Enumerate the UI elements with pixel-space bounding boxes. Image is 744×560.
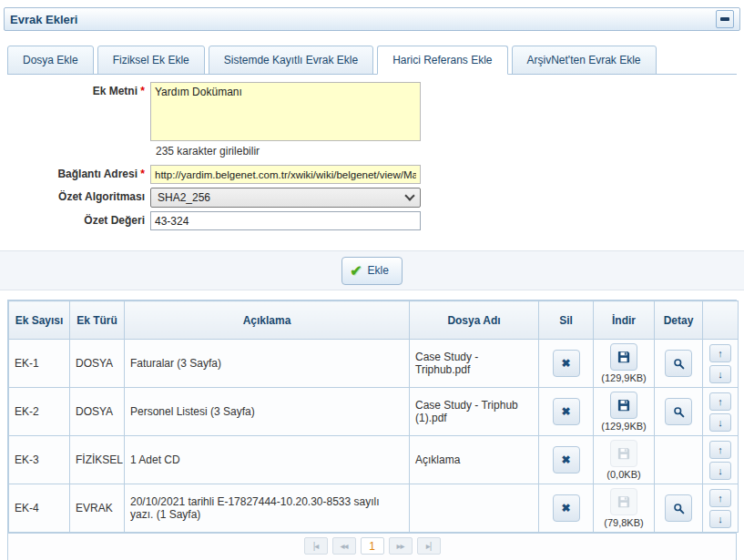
download-button[interactable] xyxy=(610,392,637,419)
pagination-page-1[interactable]: 1 xyxy=(361,537,384,555)
file-size-label: (129,9KB) xyxy=(599,421,648,432)
table-row: EK-3 FİZİKSEL 1 Adet CD Açıklama ✖ (0,0K… xyxy=(9,436,739,484)
close-icon: ✖ xyxy=(561,405,570,418)
pagination-prev-button[interactable]: ◂◂ xyxy=(332,537,356,555)
col-header-aciklama: Açıklama xyxy=(125,301,410,340)
download-button[interactable] xyxy=(610,343,637,371)
arrow-up-icon: ↑ xyxy=(718,493,723,504)
download-button-disabled xyxy=(610,440,637,467)
delete-button[interactable]: ✖ xyxy=(553,398,580,425)
file-size-label: (79,8KB) xyxy=(599,517,648,528)
tab-arsivnetten-evrak-ekle[interactable]: ArşivNet'ten Evrak Ekle xyxy=(512,46,657,75)
file-size-label: (0,0KB) xyxy=(599,469,648,480)
cell-ek-sayisi: EK-2 xyxy=(9,388,70,436)
col-header-indir: İndir xyxy=(594,301,655,340)
col-header-ek-turu: Ek Türü xyxy=(70,301,125,340)
cell-dosya-adi: Case Study - Triphub (1).pdf xyxy=(410,388,539,436)
move-down-button[interactable]: ↓ xyxy=(709,510,731,528)
cell-aciklama: 20/10/2021 tarihli E-17827444-10.20.30-8… xyxy=(125,484,410,533)
harici-referans-form: Ek Metni * Yardım Dokümanı 235 karakter … xyxy=(0,75,744,230)
close-icon: ✖ xyxy=(561,453,570,466)
ozet-algoritmasi-label: Özet Algoritması xyxy=(0,188,150,203)
cell-aciklama: 1 Adet CD xyxy=(125,436,410,484)
move-down-button[interactable]: ↓ xyxy=(709,365,731,383)
cell-aciklama: Personel Listesi (3 Sayfa) xyxy=(125,388,410,436)
floppy-disk-icon xyxy=(617,399,630,412)
cell-ek-sayisi: EK-3 xyxy=(9,436,70,484)
check-icon: ✔ xyxy=(350,262,362,280)
tab-harici-referans-ekle[interactable]: Harici Referans Ekle xyxy=(377,46,507,75)
cell-dosya-adi: Açıklama xyxy=(410,436,539,484)
pagination-next-button[interactable]: ▸▸ xyxy=(389,537,413,555)
move-up-button[interactable]: ↑ xyxy=(709,441,731,459)
col-header-ek-sayisi: Ek Sayısı xyxy=(9,301,70,340)
panel-header: Evrak Ekleri xyxy=(4,7,740,31)
col-header-sil: Sil xyxy=(539,301,594,340)
move-up-button[interactable]: ↑ xyxy=(709,489,731,507)
ek-metni-label: Ek Metni * xyxy=(0,82,150,97)
ozet-degeri-input[interactable] xyxy=(150,211,421,230)
ekle-button[interactable]: ✔ Ekle xyxy=(341,257,403,285)
floppy-disk-icon xyxy=(617,495,630,508)
detail-button[interactable] xyxy=(665,398,692,425)
pagination-last-button[interactable]: ▸| xyxy=(417,537,441,555)
floppy-disk-icon xyxy=(617,447,630,460)
tab-fiziksel-ek-ekle[interactable]: Fiziksel Ek Ekle xyxy=(97,46,205,75)
tab-dosya-ekle[interactable]: Dosya Ekle xyxy=(7,46,94,75)
cell-aciklama: Faturalar (3 Sayfa) xyxy=(125,340,410,388)
required-asterisk: * xyxy=(140,168,145,180)
table-row: EK-4 EVRAK 20/10/2021 tarihli E-17827444… xyxy=(9,484,739,533)
move-down-button[interactable]: ↓ xyxy=(709,413,731,432)
tab-bar: Dosya Ekle Fiziksel Ek Ekle Sistemde Kay… xyxy=(7,46,737,75)
arrow-up-icon: ↑ xyxy=(718,444,723,455)
move-up-button[interactable]: ↑ xyxy=(709,344,731,362)
baglanti-adresi-label: Bağlantı Adresi * xyxy=(0,165,150,180)
delete-button[interactable]: ✖ xyxy=(553,350,580,377)
ek-metni-textarea[interactable]: Yardım Dokümanı xyxy=(150,82,421,141)
magnifier-icon xyxy=(673,503,685,514)
cell-ek-turu: FİZİKSEL xyxy=(70,436,125,484)
cell-ek-turu: DOSYA xyxy=(70,340,125,388)
floppy-disk-icon xyxy=(617,351,630,363)
table-row: EK-1 DOSYA Faturalar (3 Sayfa) Case Stud… xyxy=(9,340,739,388)
arrow-down-icon: ↓ xyxy=(718,465,723,476)
cell-ek-turu: EVRAK xyxy=(70,484,125,533)
move-up-button[interactable]: ↑ xyxy=(709,392,731,411)
col-header-detay: Detay xyxy=(655,301,703,340)
cell-ek-sayisi: EK-1 xyxy=(9,340,70,388)
magnifier-icon xyxy=(673,358,685,370)
ekle-button-label: Ekle xyxy=(368,264,389,277)
minimize-button[interactable] xyxy=(716,10,734,28)
tab-sistemde-kayitli-evrak-ekle[interactable]: Sistemde Kayıtlı Evrak Ekle xyxy=(209,46,373,75)
ek-metni-label-text: Ek Metni xyxy=(93,85,138,97)
required-asterisk: * xyxy=(140,85,145,97)
page-title: Evrak Ekleri xyxy=(10,13,77,26)
delete-button[interactable]: ✖ xyxy=(553,446,580,473)
arrow-down-icon: ↓ xyxy=(718,514,723,524)
attachments-table: Ek Sayısı Ek Türü Açıklama Dosya Adı Sil… xyxy=(7,300,737,534)
arrow-down-icon: ↓ xyxy=(718,417,723,428)
table-row: EK-2 DOSYA Personel Listesi (3 Sayfa) Ca… xyxy=(9,388,739,436)
arrow-down-icon: ↓ xyxy=(718,369,723,380)
arrow-up-icon: ↑ xyxy=(718,348,723,359)
close-icon: ✖ xyxy=(561,357,570,370)
arrow-up-icon: ↑ xyxy=(718,396,723,407)
baglanti-adresi-input[interactable] xyxy=(150,165,421,184)
pagination: |◂ ◂◂ 1 ▸▸ ▸| xyxy=(7,534,737,560)
cell-dosya-adi: Case Study - Triphub.pdf xyxy=(410,340,539,388)
minimize-icon xyxy=(720,17,729,21)
magnifier-icon xyxy=(673,406,685,418)
close-icon: ✖ xyxy=(561,502,570,514)
col-header-move xyxy=(703,301,739,340)
delete-button[interactable]: ✖ xyxy=(553,494,580,522)
cell-ek-turu: DOSYA xyxy=(70,388,125,436)
chevron-down-icon xyxy=(404,190,414,200)
move-down-button[interactable]: ↓ xyxy=(709,462,731,480)
table-header-row: Ek Sayısı Ek Türü Açıklama Dosya Adı Sil… xyxy=(9,301,739,340)
action-strip: ✔ Ekle xyxy=(0,250,744,290)
ozet-algoritmasi-select[interactable]: SHA2_256 xyxy=(150,188,421,208)
file-size-label: (129,9KB) xyxy=(599,372,648,383)
detail-button[interactable] xyxy=(665,350,692,377)
pagination-first-button[interactable]: |◂ xyxy=(304,537,328,555)
detail-button[interactable] xyxy=(665,494,692,522)
